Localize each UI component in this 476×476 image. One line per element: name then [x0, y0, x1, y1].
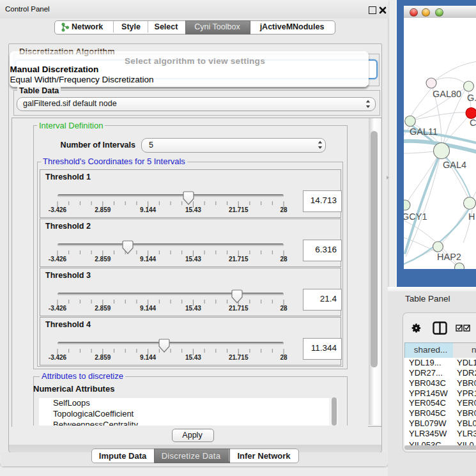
svg-text:HAP2: HAP2 — [437, 252, 461, 262]
svg-text:GAL4: GAL4 — [443, 160, 466, 170]
svg-text:GAL11: GAL11 — [410, 127, 438, 137]
svg-text:C: C — [470, 118, 476, 128]
svg-text:GCY1: GCY1 — [404, 211, 427, 222]
svg-text:H: H — [468, 211, 475, 222]
svg-text:G.: G. — [467, 93, 476, 103]
svg-text:GAL80: GAL80 — [433, 89, 461, 99]
